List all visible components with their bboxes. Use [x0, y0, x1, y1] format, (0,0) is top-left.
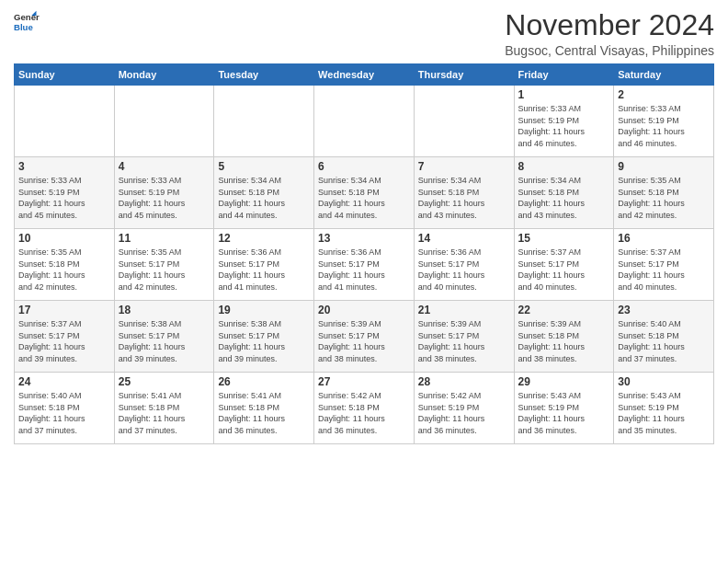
day-info: Sunrise: 5:43 AM Sunset: 5:19 PM Dayligh…	[618, 390, 710, 436]
day-number: 8	[518, 160, 610, 173]
week-row-3: 10Sunrise: 5:35 AM Sunset: 5:18 PM Dayli…	[15, 229, 714, 301]
day-cell: 4Sunrise: 5:33 AM Sunset: 5:19 PM Daylig…	[114, 157, 214, 229]
day-info: Sunrise: 5:42 AM Sunset: 5:18 PM Dayligh…	[318, 390, 410, 436]
day-info: Sunrise: 5:38 AM Sunset: 5:17 PM Dayligh…	[218, 318, 310, 364]
day-cell: 6Sunrise: 5:34 AM Sunset: 5:18 PM Daylig…	[314, 157, 415, 229]
day-cell: 7Sunrise: 5:34 AM Sunset: 5:18 PM Daylig…	[414, 157, 514, 229]
day-info: Sunrise: 5:33 AM Sunset: 5:19 PM Dayligh…	[18, 175, 110, 221]
day-info: Sunrise: 5:33 AM Sunset: 5:19 PM Dayligh…	[518, 103, 610, 149]
day-info: Sunrise: 5:38 AM Sunset: 5:17 PM Dayligh…	[119, 318, 210, 364]
day-info: Sunrise: 5:34 AM Sunset: 5:18 PM Dayligh…	[418, 175, 510, 221]
day-info: Sunrise: 5:37 AM Sunset: 5:17 PM Dayligh…	[518, 247, 610, 293]
day-number: 24	[18, 375, 110, 388]
day-cell: 1Sunrise: 5:33 AM Sunset: 5:19 PM Daylig…	[514, 86, 614, 157]
day-cell: 2Sunrise: 5:33 AM Sunset: 5:19 PM Daylig…	[614, 86, 714, 157]
week-row-2: 3Sunrise: 5:33 AM Sunset: 5:19 PM Daylig…	[15, 157, 714, 229]
day-info: Sunrise: 5:40 AM Sunset: 5:18 PM Dayligh…	[18, 390, 110, 436]
day-number: 15	[518, 232, 610, 245]
day-cell: 3Sunrise: 5:33 AM Sunset: 5:19 PM Daylig…	[15, 157, 115, 229]
day-info: Sunrise: 5:37 AM Sunset: 5:17 PM Dayligh…	[18, 318, 110, 364]
week-row-5: 24Sunrise: 5:40 AM Sunset: 5:18 PM Dayli…	[15, 373, 714, 444]
day-number: 22	[518, 304, 610, 316]
day-info: Sunrise: 5:33 AM Sunset: 5:19 PM Dayligh…	[618, 103, 710, 149]
day-cell: 9Sunrise: 5:35 AM Sunset: 5:18 PM Daylig…	[614, 157, 714, 229]
day-cell: 5Sunrise: 5:34 AM Sunset: 5:18 PM Daylig…	[214, 157, 314, 229]
week-row-1: 1Sunrise: 5:33 AM Sunset: 5:19 PM Daylig…	[15, 86, 714, 157]
day-number: 28	[418, 375, 510, 388]
day-number: 17	[18, 304, 110, 316]
day-cell	[114, 86, 214, 157]
day-number: 26	[218, 375, 310, 388]
day-cell: 21Sunrise: 5:39 AM Sunset: 5:17 PM Dayli…	[414, 301, 514, 373]
day-number: 4	[119, 160, 210, 173]
day-number: 30	[618, 375, 710, 388]
day-number: 25	[119, 375, 210, 388]
weekday-tuesday: Tuesday	[214, 64, 314, 86]
day-number: 20	[318, 304, 410, 316]
day-info: Sunrise: 5:36 AM Sunset: 5:17 PM Dayligh…	[318, 247, 410, 293]
month-title: November 2024	[505, 9, 714, 41]
weekday-friday: Friday	[514, 64, 614, 86]
day-cell: 14Sunrise: 5:36 AM Sunset: 5:17 PM Dayli…	[414, 229, 514, 301]
day-cell: 19Sunrise: 5:38 AM Sunset: 5:17 PM Dayli…	[214, 301, 314, 373]
day-number: 2	[618, 88, 710, 101]
day-number: 10	[18, 232, 110, 245]
day-info: Sunrise: 5:40 AM Sunset: 5:18 PM Dayligh…	[618, 318, 710, 364]
day-number: 7	[418, 160, 510, 173]
day-cell: 26Sunrise: 5:41 AM Sunset: 5:18 PM Dayli…	[214, 373, 314, 444]
day-cell: 29Sunrise: 5:43 AM Sunset: 5:19 PM Dayli…	[514, 373, 614, 444]
location: Bugsoc, Central Visayas, Philippines	[505, 43, 714, 58]
day-info: Sunrise: 5:35 AM Sunset: 5:18 PM Dayligh…	[618, 175, 710, 221]
day-info: Sunrise: 5:43 AM Sunset: 5:19 PM Dayligh…	[518, 390, 610, 436]
weekday-sunday: Sunday	[15, 64, 115, 86]
day-number: 13	[318, 232, 410, 245]
day-cell: 25Sunrise: 5:41 AM Sunset: 5:18 PM Dayli…	[114, 373, 214, 444]
day-number: 6	[318, 160, 410, 173]
day-cell: 16Sunrise: 5:37 AM Sunset: 5:17 PM Dayli…	[614, 229, 714, 301]
day-number: 21	[418, 304, 510, 316]
day-info: Sunrise: 5:34 AM Sunset: 5:18 PM Dayligh…	[218, 175, 310, 221]
day-cell: 10Sunrise: 5:35 AM Sunset: 5:18 PM Dayli…	[15, 229, 115, 301]
day-cell	[314, 86, 415, 157]
day-cell: 20Sunrise: 5:39 AM Sunset: 5:17 PM Dayli…	[314, 301, 415, 373]
day-number: 1	[518, 88, 610, 101]
day-cell	[214, 86, 314, 157]
day-cell: 11Sunrise: 5:35 AM Sunset: 5:17 PM Dayli…	[114, 229, 214, 301]
day-cell: 13Sunrise: 5:36 AM Sunset: 5:17 PM Dayli…	[314, 229, 415, 301]
day-number: 5	[218, 160, 310, 173]
logo: General Blue	[14, 9, 40, 35]
weekday-header-row: SundayMondayTuesdayWednesdayThursdayFrid…	[15, 64, 714, 86]
weekday-saturday: Saturday	[614, 64, 714, 86]
day-info: Sunrise: 5:33 AM Sunset: 5:19 PM Dayligh…	[119, 175, 210, 221]
day-number: 9	[618, 160, 710, 173]
day-number: 12	[218, 232, 310, 245]
day-cell	[15, 86, 115, 157]
day-number: 23	[618, 304, 710, 316]
calendar-body: 1Sunrise: 5:33 AM Sunset: 5:19 PM Daylig…	[15, 86, 714, 444]
day-number: 11	[119, 232, 210, 245]
day-info: Sunrise: 5:35 AM Sunset: 5:18 PM Dayligh…	[18, 247, 110, 293]
weekday-thursday: Thursday	[414, 64, 514, 86]
day-number: 18	[119, 304, 210, 316]
day-number: 29	[518, 375, 610, 388]
day-cell: 30Sunrise: 5:43 AM Sunset: 5:19 PM Dayli…	[614, 373, 714, 444]
day-info: Sunrise: 5:36 AM Sunset: 5:17 PM Dayligh…	[218, 247, 310, 293]
day-info: Sunrise: 5:35 AM Sunset: 5:17 PM Dayligh…	[119, 247, 210, 293]
calendar-table: SundayMondayTuesdayWednesdayThursdayFrid…	[14, 63, 714, 444]
day-cell: 27Sunrise: 5:42 AM Sunset: 5:18 PM Dayli…	[314, 373, 415, 444]
day-cell: 8Sunrise: 5:34 AM Sunset: 5:18 PM Daylig…	[514, 157, 614, 229]
day-info: Sunrise: 5:41 AM Sunset: 5:18 PM Dayligh…	[119, 390, 210, 436]
day-number: 16	[618, 232, 710, 245]
svg-text:Blue: Blue	[14, 22, 33, 32]
day-info: Sunrise: 5:39 AM Sunset: 5:18 PM Dayligh…	[518, 318, 610, 364]
day-info: Sunrise: 5:39 AM Sunset: 5:17 PM Dayligh…	[418, 318, 510, 364]
day-cell: 23Sunrise: 5:40 AM Sunset: 5:18 PM Dayli…	[614, 301, 714, 373]
day-cell: 28Sunrise: 5:42 AM Sunset: 5:19 PM Dayli…	[414, 373, 514, 444]
day-info: Sunrise: 5:34 AM Sunset: 5:18 PM Dayligh…	[318, 175, 410, 221]
day-number: 27	[318, 375, 410, 388]
day-info: Sunrise: 5:42 AM Sunset: 5:19 PM Dayligh…	[418, 390, 510, 436]
day-cell	[414, 86, 514, 157]
title-section: November 2024 Bugsoc, Central Visayas, P…	[505, 9, 714, 58]
weekday-wednesday: Wednesday	[314, 64, 415, 86]
day-cell: 17Sunrise: 5:37 AM Sunset: 5:17 PM Dayli…	[15, 301, 115, 373]
